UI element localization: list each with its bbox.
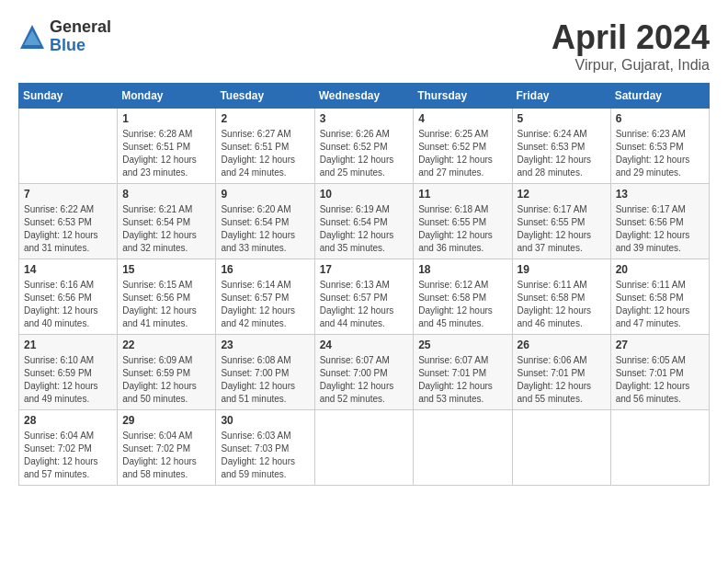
- calendar-cell: 13Sunrise: 6:17 AM Sunset: 6:56 PM Dayli…: [610, 184, 709, 259]
- title-block: April 2024 Virpur, Gujarat, India: [552, 18, 710, 74]
- calendar-cell: 4Sunrise: 6:25 AM Sunset: 6:52 PM Daylig…: [414, 109, 512, 184]
- day-info: Sunrise: 6:23 AM Sunset: 6:53 PM Dayligh…: [616, 128, 704, 179]
- calendar-cell: [19, 109, 118, 184]
- day-number: 30: [221, 414, 309, 427]
- location: Virpur, Gujarat, India: [552, 57, 710, 74]
- day-info: Sunrise: 6:11 AM Sunset: 6:58 PM Dayligh…: [616, 279, 704, 330]
- calendar-cell: 5Sunrise: 6:24 AM Sunset: 6:53 PM Daylig…: [512, 109, 610, 184]
- calendar-cell: 19Sunrise: 6:11 AM Sunset: 6:58 PM Dayli…: [512, 259, 610, 335]
- logo-icon: [18, 23, 46, 51]
- day-number: 7: [24, 188, 112, 201]
- day-info: Sunrise: 6:15 AM Sunset: 6:56 PM Dayligh…: [122, 279, 210, 330]
- calendar-cell: [314, 410, 414, 486]
- calendar-day-header: Sunday: [19, 84, 118, 109]
- day-number: 15: [122, 263, 210, 276]
- day-info: Sunrise: 6:28 AM Sunset: 6:51 PM Dayligh…: [122, 128, 210, 179]
- calendar-cell: 15Sunrise: 6:15 AM Sunset: 6:56 PM Dayli…: [118, 259, 216, 335]
- calendar-cell: 18Sunrise: 6:12 AM Sunset: 6:58 PM Dayli…: [414, 259, 512, 335]
- day-number: 20: [616, 263, 704, 276]
- calendar-day-header: Wednesday: [314, 84, 414, 109]
- calendar-header-row: SundayMondayTuesdayWednesdayThursdayFrid…: [19, 84, 710, 109]
- calendar-cell: 16Sunrise: 6:14 AM Sunset: 6:57 PM Dayli…: [216, 259, 314, 335]
- day-info: Sunrise: 6:04 AM Sunset: 7:02 PM Dayligh…: [122, 430, 210, 481]
- day-number: 8: [122, 188, 210, 201]
- calendar-cell: 24Sunrise: 6:07 AM Sunset: 7:00 PM Dayli…: [314, 335, 414, 410]
- day-info: Sunrise: 6:05 AM Sunset: 7:01 PM Dayligh…: [616, 354, 704, 406]
- day-number: 19: [518, 263, 606, 276]
- day-number: 28: [24, 414, 112, 427]
- day-info: Sunrise: 6:14 AM Sunset: 6:57 PM Dayligh…: [221, 279, 309, 330]
- day-info: Sunrise: 6:16 AM Sunset: 6:56 PM Dayligh…: [24, 279, 112, 330]
- day-info: Sunrise: 6:17 AM Sunset: 6:56 PM Dayligh…: [616, 203, 704, 255]
- calendar-cell: 27Sunrise: 6:05 AM Sunset: 7:01 PM Dayli…: [610, 335, 709, 410]
- calendar-cell: 14Sunrise: 6:16 AM Sunset: 6:56 PM Dayli…: [19, 259, 118, 335]
- day-info: Sunrise: 6:20 AM Sunset: 6:54 PM Dayligh…: [221, 203, 309, 255]
- calendar-cell: 23Sunrise: 6:08 AM Sunset: 7:00 PM Dayli…: [216, 335, 314, 410]
- day-number: 23: [221, 339, 309, 351]
- calendar-cell: 1Sunrise: 6:28 AM Sunset: 6:51 PM Daylig…: [118, 109, 216, 184]
- calendar-cell: 30Sunrise: 6:03 AM Sunset: 7:03 PM Dayli…: [216, 410, 314, 486]
- day-info: Sunrise: 6:07 AM Sunset: 7:00 PM Dayligh…: [320, 354, 409, 406]
- calendar-cell: 11Sunrise: 6:18 AM Sunset: 6:55 PM Dayli…: [414, 184, 512, 259]
- calendar-week-row: 7Sunrise: 6:22 AM Sunset: 6:53 PM Daylig…: [19, 184, 710, 259]
- day-number: 5: [518, 112, 606, 125]
- calendar-cell: [512, 410, 610, 486]
- day-number: 17: [320, 263, 409, 276]
- calendar-day-header: Monday: [118, 84, 216, 109]
- day-number: 2: [221, 112, 309, 125]
- calendar-cell: 9Sunrise: 6:20 AM Sunset: 6:54 PM Daylig…: [216, 184, 314, 259]
- logo-text: General Blue: [50, 18, 111, 55]
- logo: General Blue: [18, 18, 111, 55]
- calendar-cell: [610, 410, 709, 486]
- day-info: Sunrise: 6:09 AM Sunset: 6:59 PM Dayligh…: [122, 354, 210, 406]
- calendar-week-row: 14Sunrise: 6:16 AM Sunset: 6:56 PM Dayli…: [19, 259, 710, 335]
- day-info: Sunrise: 6:13 AM Sunset: 6:57 PM Dayligh…: [320, 279, 409, 330]
- month-title: April 2024: [552, 18, 710, 57]
- calendar-cell: 26Sunrise: 6:06 AM Sunset: 7:01 PM Dayli…: [512, 335, 610, 410]
- day-number: 16: [221, 263, 309, 276]
- calendar-week-row: 28Sunrise: 6:04 AM Sunset: 7:02 PM Dayli…: [19, 410, 710, 486]
- calendar-day-header: Thursday: [414, 84, 512, 109]
- calendar-cell: 12Sunrise: 6:17 AM Sunset: 6:55 PM Dayli…: [512, 184, 610, 259]
- calendar-cell: 8Sunrise: 6:21 AM Sunset: 6:54 PM Daylig…: [118, 184, 216, 259]
- day-info: Sunrise: 6:19 AM Sunset: 6:54 PM Dayligh…: [320, 203, 409, 255]
- calendar-cell: 7Sunrise: 6:22 AM Sunset: 6:53 PM Daylig…: [19, 184, 118, 259]
- day-number: 18: [418, 263, 506, 276]
- day-info: Sunrise: 6:10 AM Sunset: 6:59 PM Dayligh…: [24, 354, 112, 406]
- day-number: 1: [122, 112, 210, 125]
- day-info: Sunrise: 6:24 AM Sunset: 6:53 PM Dayligh…: [518, 128, 606, 179]
- day-number: 3: [320, 112, 409, 125]
- day-number: 6: [616, 112, 704, 125]
- day-number: 12: [518, 188, 606, 201]
- day-info: Sunrise: 6:12 AM Sunset: 6:58 PM Dayligh…: [418, 279, 506, 330]
- calendar-day-header: Tuesday: [216, 84, 314, 109]
- day-number: 24: [320, 339, 409, 351]
- calendar-cell: 2Sunrise: 6:27 AM Sunset: 6:51 PM Daylig…: [216, 109, 314, 184]
- day-info: Sunrise: 6:07 AM Sunset: 7:01 PM Dayligh…: [418, 354, 506, 406]
- day-number: 10: [320, 188, 409, 201]
- day-info: Sunrise: 6:06 AM Sunset: 7:01 PM Dayligh…: [518, 354, 606, 406]
- calendar-cell: 28Sunrise: 6:04 AM Sunset: 7:02 PM Dayli…: [19, 410, 118, 486]
- calendar-day-header: Friday: [512, 84, 610, 109]
- calendar-cell: 22Sunrise: 6:09 AM Sunset: 6:59 PM Dayli…: [118, 335, 216, 410]
- day-number: 21: [24, 339, 112, 351]
- day-info: Sunrise: 6:27 AM Sunset: 6:51 PM Dayligh…: [221, 128, 309, 179]
- day-number: 13: [616, 188, 704, 201]
- day-number: 14: [24, 263, 112, 276]
- calendar-cell: 21Sunrise: 6:10 AM Sunset: 6:59 PM Dayli…: [19, 335, 118, 410]
- day-number: 27: [616, 339, 704, 351]
- day-info: Sunrise: 6:03 AM Sunset: 7:03 PM Dayligh…: [221, 430, 309, 481]
- day-number: 9: [221, 188, 309, 201]
- calendar-day-header: Saturday: [610, 84, 709, 109]
- day-number: 11: [418, 188, 506, 201]
- calendar-cell: 6Sunrise: 6:23 AM Sunset: 6:53 PM Daylig…: [610, 109, 709, 184]
- calendar-cell: 25Sunrise: 6:07 AM Sunset: 7:01 PM Dayli…: [414, 335, 512, 410]
- day-number: 4: [418, 112, 506, 125]
- calendar-week-row: 21Sunrise: 6:10 AM Sunset: 6:59 PM Dayli…: [19, 335, 710, 410]
- calendar-cell: 20Sunrise: 6:11 AM Sunset: 6:58 PM Dayli…: [610, 259, 709, 335]
- day-info: Sunrise: 6:17 AM Sunset: 6:55 PM Dayligh…: [518, 203, 606, 255]
- calendar-cell: [414, 410, 512, 486]
- page-header: General Blue April 2024 Virpur, Gujarat,…: [18, 18, 710, 74]
- day-number: 26: [518, 339, 606, 351]
- calendar-week-row: 1Sunrise: 6:28 AM Sunset: 6:51 PM Daylig…: [19, 109, 710, 184]
